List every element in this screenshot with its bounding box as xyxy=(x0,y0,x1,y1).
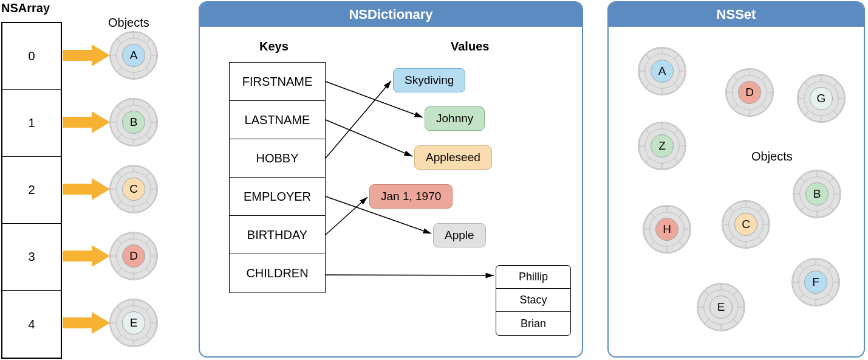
object-token: G xyxy=(797,74,846,123)
object-letter: Z xyxy=(651,134,674,158)
object-letter: B xyxy=(805,182,829,206)
nsdictionary-panel: NSDictionary Keys Values FIRSTNAME LASTN… xyxy=(199,1,583,358)
nsdictionary-title: NSDictionary xyxy=(200,2,582,27)
children-item: Phillip xyxy=(496,266,570,289)
value-pill: Apple xyxy=(433,223,486,248)
object-letter: F xyxy=(804,271,827,294)
nsarray-index: 1 xyxy=(2,90,61,157)
object-token: C xyxy=(722,200,770,249)
nsarray-index: 2 xyxy=(2,157,61,224)
value-pill: Jan 1, 1970 xyxy=(369,184,453,209)
nsarray-index: 3 xyxy=(2,224,61,291)
nsset-title: NSSet xyxy=(609,2,864,27)
object-token: C xyxy=(109,165,158,213)
object-token: D xyxy=(725,68,774,117)
svg-line-14 xyxy=(326,81,391,158)
key-cell: BIRTHDAY xyxy=(230,216,325,254)
value-pill: Appleseed xyxy=(414,145,492,170)
value-pill: Johnny xyxy=(425,106,485,131)
svg-line-13 xyxy=(326,120,412,156)
nsset-objects-label: Objects xyxy=(751,150,793,164)
object-letter: H xyxy=(655,218,678,241)
object-letter: E xyxy=(122,311,145,334)
values-label: Values xyxy=(451,40,489,54)
key-cell: FIRSTNAME xyxy=(230,63,325,101)
object-token: B xyxy=(793,170,841,218)
children-item: Brian xyxy=(496,312,570,335)
object-token: Z xyxy=(638,122,686,170)
nsarray-index: 4 xyxy=(2,291,61,358)
object-token: F xyxy=(791,258,840,306)
nsarray-objects: A B C D E xyxy=(109,22,158,356)
svg-line-16 xyxy=(326,197,367,235)
key-cell: EMPLOYER xyxy=(230,178,325,216)
svg-line-17 xyxy=(326,275,494,275)
object-token: E xyxy=(109,299,158,347)
nsarray-index: 0 xyxy=(2,23,61,90)
value-pill: Skydiving xyxy=(393,68,465,92)
key-cell: HOBBY xyxy=(230,139,325,178)
keys-table: FIRSTNAME LASTNAME HOBBY EMPLOYER BIRTHD… xyxy=(229,62,326,293)
object-token: A xyxy=(109,31,158,80)
children-item: Stacy xyxy=(496,289,570,312)
keys-label: Keys xyxy=(259,40,289,54)
object-letter: B xyxy=(122,111,145,134)
object-token: D xyxy=(109,232,158,280)
object-letter: A xyxy=(122,44,145,67)
object-letter: G xyxy=(810,87,833,110)
object-letter: C xyxy=(122,178,145,201)
object-letter: D xyxy=(122,244,145,268)
object-letter: C xyxy=(734,213,757,236)
children-list: Phillip Stacy Brian xyxy=(496,265,571,336)
object-token: H xyxy=(643,205,691,254)
object-token: B xyxy=(109,98,158,147)
object-token: A xyxy=(638,47,686,95)
object-token: E xyxy=(697,283,745,331)
object-letter: A xyxy=(651,60,674,83)
object-letter: D xyxy=(738,81,761,104)
object-letter: E xyxy=(709,296,733,319)
key-cell: LASTNAME xyxy=(230,101,325,139)
nsset-panel: NSSet Objects A D G Z B H C F E xyxy=(607,1,865,358)
nsarray-index-table: 0 1 2 3 4 xyxy=(1,22,62,359)
nsarray-title: NSArray xyxy=(1,1,50,15)
key-cell: CHILDREN xyxy=(230,254,325,292)
